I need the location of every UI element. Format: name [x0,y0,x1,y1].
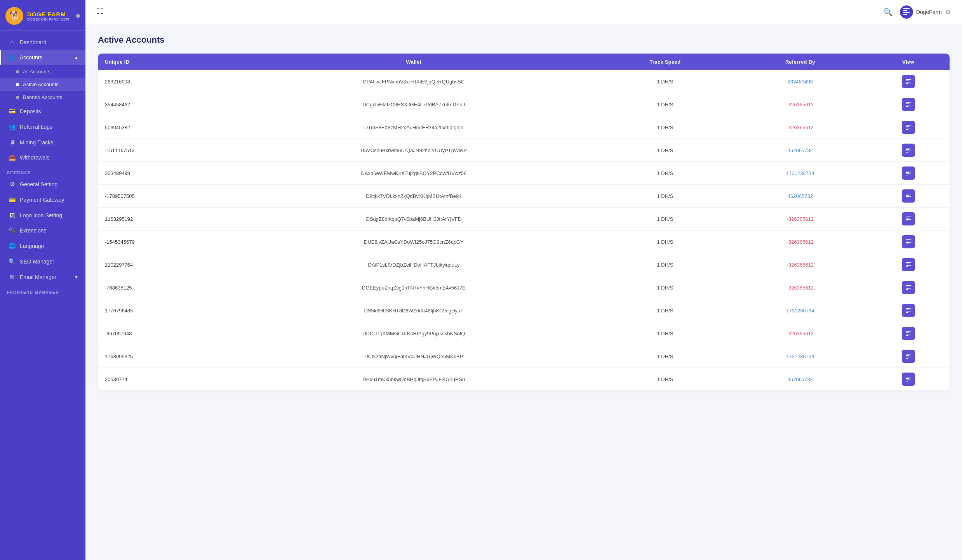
svg-rect-9 [906,81,909,81]
sidebar-item-label: Mining Tracks [20,139,53,146]
cell-view [867,368,950,391]
view-button[interactable] [902,144,915,157]
cell-unique-id: -1545345679 [98,231,231,253]
cell-referred-by: 462065732 [734,368,867,391]
cell-wallet: DAiP1sLfVDZjbZeiHDoHAFTJbjkyiqduLy [231,253,597,276]
page-body: Active Accounts Unique ID Wallet Track S… [85,24,962,560]
svg-rect-55 [906,335,908,336]
svg-rect-16 [906,125,911,126]
table-row: 263489498DAxb6eWEMwKKeTuj2gkBQY2PCdwfUVw… [98,162,950,185]
search-icon[interactable]: 🔍 [883,7,893,17]
sidebar-item-withdrawals[interactable]: 📤 Withdrawals [0,150,85,165]
view-button[interactable] [902,350,915,363]
view-button[interactable] [902,281,915,294]
sidebar-item-label: Payment Gateway [20,197,64,203]
sidebar-item-deposits[interactable]: 💳 Deposits [0,104,85,119]
svg-rect-53 [906,333,909,333]
view-button[interactable] [902,98,915,111]
cell-wallet: DUE8ivZAUaCsYDoWf25oJ75G9crtZ6qcGY [231,231,597,253]
cell-referred-by: 1731236734 [734,162,867,185]
view-button[interactable] [902,121,915,134]
sidebar-sub-label: Active Accounts [23,81,59,87]
sidebar-item-active-accounts[interactable]: Active Accounts [0,78,85,91]
sidebar-nav: ⌂ Dashboard 👤 Accounts ▲ All Accounts Ac… [0,31,85,560]
svg-rect-25 [906,172,909,173]
view-button[interactable] [902,258,915,271]
sidebar-item-banned-accounts[interactable]: Banned Accounts [0,91,85,104]
sidebar-item-mining-tracks[interactable]: 🖥 Mining Tracks [0,135,85,150]
sidebar-item-label: General Setting [20,181,57,187]
main-content: 🔍 DogeFarm ⚙ Active Accounts [85,0,962,560]
svg-rect-63 [906,381,908,382]
sub-dot-icon [16,83,19,86]
expand-icon[interactable] [96,7,104,17]
table-row: 503045382DTmS8FX8zMH2cAuHmrERz4a25xf6afg… [98,116,950,139]
svg-rect-56 [906,354,911,355]
svg-rect-48 [906,308,911,309]
cell-unique-id: 354458462 [98,93,231,116]
svg-rect-20 [906,148,911,149]
seo-icon: 🔍 [8,258,16,265]
view-button[interactable] [902,304,915,317]
svg-rect-44 [906,285,911,286]
view-button[interactable] [902,327,915,340]
cell-referred-by: -326365612 [734,93,867,116]
cell-wallet: DS5k6HbSKHT8D6WZ6iXt48fjhKC9qgDyuT [231,299,597,322]
cell-referred-by: -326365612 [734,231,867,253]
logo-status-dot [76,14,80,18]
svg-rect-27 [906,175,908,176]
svg-rect-32 [906,217,911,217]
sub-dot-icon [16,70,19,73]
logo-subtitle: DOGECOIN FARM DEFI [27,17,70,21]
sidebar-sub-label: All Accounts [23,69,50,75]
sidebar-item-payment-gateway[interactable]: 💳 Payment Gateway [0,192,85,208]
svg-rect-8 [906,79,911,80]
view-button[interactable] [902,373,915,386]
sidebar-item-accounts[interactable]: 👤 Accounts ▲ [0,50,85,65]
svg-rect-19 [906,129,908,130]
svg-rect-62 [906,380,911,380]
cell-unique-id: 20530774 [98,368,231,391]
sidebar-item-dashboard[interactable]: ⌂ Dashboard [0,35,85,50]
settings-section-label: SETTINGS [0,165,85,177]
view-button[interactable] [902,235,915,248]
cell-referred-by: -326365612 [734,276,867,299]
cell-referred-by: -326365612 [734,116,867,139]
sidebar-item-label: Accounts [20,54,42,61]
sidebar-item-extensions[interactable]: 🔌 Extensions [0,223,85,238]
svg-rect-50 [906,311,911,312]
sidebar-item-general-setting[interactable]: ⚙ General Setting [0,177,85,192]
cell-referred-by: 462065732 [734,185,867,208]
table-row: 1163295192DSugZ8brkqpQ7v6baMj6BUH3JttArY… [98,208,950,231]
view-button[interactable] [902,189,915,203]
topbar-settings-icon[interactable]: ⚙ [945,8,951,16]
svg-rect-3 [101,13,103,14]
accounts-table: Unique ID Wallet Track Speed Referred By… [98,54,950,390]
sidebar-item-seo-manager[interactable]: 🔍 SEO Manager [0,254,85,269]
sidebar-item-label: Language [20,243,44,249]
page-title: Active Accounts [98,35,950,45]
sidebar-item-email-manager[interactable]: ✉ Email Manager ▼ [0,269,85,285]
view-button[interactable] [902,212,915,225]
col-unique-id: Unique ID [98,54,231,70]
view-button[interactable] [902,75,915,88]
svg-rect-5 [903,10,907,11]
sidebar-item-language[interactable]: 🌐 Language [0,238,85,254]
svg-rect-49 [906,310,909,310]
svg-rect-42 [906,265,911,266]
cell-unique-id: 503045382 [98,116,231,139]
view-button[interactable] [902,166,915,180]
cell-view [867,185,950,208]
sidebar-item-referral-logs[interactable]: 👥 Referral Logs [0,119,85,135]
logo-title: DOGE FARM [27,11,70,17]
sidebar-item-logo-icon-setting[interactable]: 🖼 Logo Icon Setting [0,208,85,223]
cell-track-speed: 1 DH/S [597,322,733,345]
svg-rect-60 [906,377,911,378]
chevron-down-icon: ▼ [74,275,78,279]
sidebar-item-all-accounts[interactable]: All Accounts [0,65,85,78]
table-row: -768635125DGEEypuZnqZsg1hTN7vYhHGx5mE4v5… [98,276,950,299]
cell-referred-by: -326365612 [734,322,867,345]
svg-rect-52 [906,331,911,332]
topbar-left [96,7,104,17]
svg-rect-4 [903,8,910,9]
